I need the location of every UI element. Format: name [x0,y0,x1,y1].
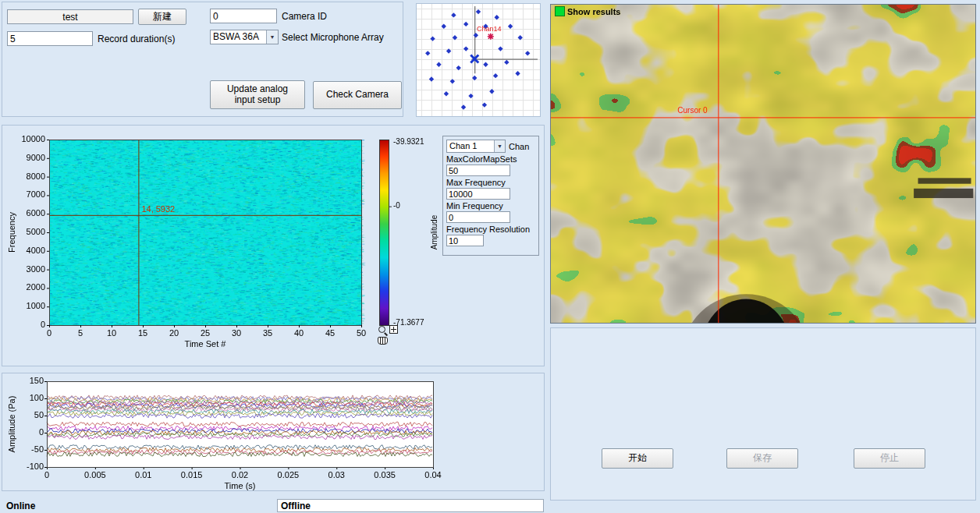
record-duration-input[interactable] [7,31,93,46]
waveform-canvas[interactable] [4,375,544,490]
chan-label: Chan [509,142,529,151]
offline-status-field: Offline [277,499,544,512]
mic-array-dropdown[interactable]: BSWA 36A ▼ [210,30,279,44]
offline-status-label: Offline [281,501,311,511]
new-button[interactable]: 新建 [138,9,186,25]
camera-result-canvas[interactable] [551,5,975,323]
zoom-icon[interactable] [378,325,388,335]
max-frequency-input[interactable] [446,188,510,200]
pan-hand-icon[interactable] [378,337,388,345]
online-status-label: Online [6,501,35,511]
spectrogram-canvas[interactable] [4,129,441,363]
acoustic-camera-app: 新建 Camera ID Record duration(s) BSWA 36A… [0,0,980,513]
stop-button[interactable]: 停止 [854,448,925,469]
mic-array-value: BSWA 36A [211,30,266,44]
chevron-down-icon: ▼ [266,30,278,44]
chan-dropdown[interactable]: Chan 1 ▼ [446,140,506,153]
record-settings-panel: 新建 Camera ID Record duration(s) BSWA 36A… [2,2,403,117]
plot-tools [378,325,401,345]
mic-array-label: Select Microphone Array [282,32,384,43]
spectrogram-panel: Chan 1 ▼ Chan MaxColorMapSets Max Freque… [2,125,545,366]
max-frequency-label: Max Frequency [446,178,535,187]
min-frequency-input[interactable] [446,211,510,223]
max-colormap-input[interactable] [446,165,510,176]
waveform-panel [2,373,545,491]
update-analog-input-button[interactable]: Update analog input setup [210,80,305,109]
camera-id-label: Camera ID [282,11,327,22]
mic-array-canvas[interactable] [417,4,540,116]
chan-value: Chan 1 [447,140,494,152]
frequency-resolution-label: Frequency Resolution [446,225,535,234]
zoom-select-icon[interactable] [389,325,398,334]
session-name-input[interactable] [7,9,133,24]
camera-id-input[interactable] [210,9,277,23]
show-results-label: Show results [567,7,620,16]
chevron-down-icon: ▼ [494,140,505,152]
camera-result-view[interactable]: Show results [550,4,976,324]
min-frequency-label: Min Frequency [446,201,535,211]
spectrogram-settings-box: Chan 1 ▼ Chan MaxColorMapSets Max Freque… [442,136,539,256]
checkbox-checked-icon[interactable] [555,6,565,16]
frequency-resolution-input[interactable] [446,235,484,246]
start-button[interactable]: 开始 [602,448,673,469]
action-panel: 开始 保存 停止 [550,327,976,501]
mic-array-plot-panel [416,3,541,117]
check-camera-button[interactable]: Check Camera [313,81,402,109]
max-colormap-label: MaxColorMapSets [446,154,535,164]
show-results-checkbox[interactable]: Show results [555,6,620,16]
record-duration-label: Record duration(s) [98,34,175,44]
save-button[interactable]: 保存 [726,448,798,469]
